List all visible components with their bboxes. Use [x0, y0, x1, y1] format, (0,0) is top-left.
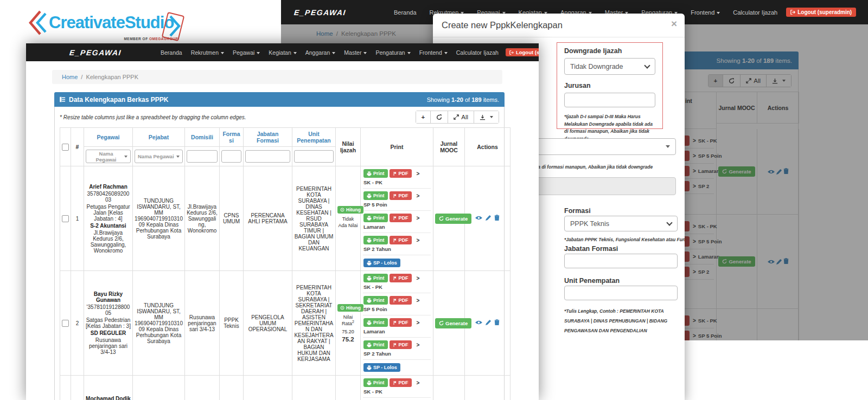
pdf-button[interactable]: PDF: [390, 191, 412, 200]
edit-icon[interactable]: [486, 215, 491, 222]
delete-icon[interactable]: [494, 215, 500, 222]
downgrade-select[interactable]: Tidak Downgrade: [564, 58, 655, 75]
pdf-button[interactable]: PDF: [390, 378, 412, 387]
column-header-pejabat[interactable]: Pejabat: [133, 128, 185, 147]
chevron-down-icon: [124, 156, 127, 158]
print-button[interactable]: Print: [363, 318, 388, 327]
pejabat-filter-select[interactable]: Nama Pegawai: [135, 150, 183, 163]
chevron-down-icon: [444, 52, 448, 54]
print-button[interactable]: Print: [363, 340, 388, 349]
flag-icon: [393, 380, 397, 385]
nav-item-rekrutmen[interactable]: Rekrutmen: [191, 49, 224, 56]
unit-penempatan-input[interactable]: [564, 286, 678, 300]
formasi-cell: PPPK Teknis: [220, 271, 244, 376]
pdf-button[interactable]: PDF: [390, 318, 412, 327]
export-button[interactable]: [766, 75, 791, 87]
view-icon[interactable]: [475, 215, 482, 222]
refresh-button[interactable]: [430, 111, 448, 123]
delete-icon[interactable]: [783, 257, 789, 267]
export-icon: [772, 78, 778, 84]
pdf-button[interactable]: PDF: [390, 274, 412, 282]
generate-button[interactable]: Generate: [718, 166, 755, 177]
breadcrumb-home-link[interactable]: Home: [62, 74, 78, 80]
print-button[interactable]: Print: [363, 191, 388, 200]
print-button[interactable]: Print: [363, 214, 388, 222]
chevron-right-icon: [693, 183, 696, 189]
formasi-filter-input[interactable]: [221, 150, 241, 163]
sp-lolos-button[interactable]: SP - Lolos: [363, 259, 400, 267]
nav-item-pegawai[interactable]: Pegawai: [233, 49, 260, 56]
jabatan-formasi-cell: PENGELOLA UMUM OPERASIONAL: [244, 271, 292, 376]
expand-all-button[interactable]: All: [448, 111, 474, 123]
expand-all-button[interactable]: All: [740, 75, 766, 87]
column-header-unit-penempatan[interactable]: Unit Penempatan: [292, 128, 336, 147]
jabatan-formasi-input[interactable]: [564, 254, 678, 268]
sp-lolos-button[interactable]: SP - Lolos: [363, 363, 400, 372]
view-icon[interactable]: [475, 320, 482, 326]
pegawai-address: Rusunawa penjaringan sari 3/4-13: [86, 337, 131, 355]
formasi-select[interactable]: PPPK Teknis: [564, 216, 678, 231]
pdf-button[interactable]: PDF: [390, 340, 412, 349]
nav-item-beranda[interactable]: Beranda: [161, 49, 182, 56]
row-checkbox[interactable]: [62, 320, 69, 327]
generate-button[interactable]: Generate: [718, 256, 755, 267]
pegawai-filter-select[interactable]: Nama Pegawai: [86, 150, 131, 163]
close-icon[interactable]: ×: [671, 18, 677, 30]
refresh-icon: [729, 78, 735, 84]
delete-icon[interactable]: [494, 319, 500, 327]
breadcrumb: Home / Kelengkapan PPPK: [316, 30, 396, 37]
column-header-pegawai[interactable]: Pegawai: [84, 128, 133, 147]
hitung-button[interactable]: Hitung: [337, 304, 363, 312]
table-toolbar: + All: [416, 111, 500, 124]
edit-icon[interactable]: [486, 320, 491, 326]
print-button[interactable]: Print: [363, 274, 388, 282]
pdf-button[interactable]: PDF: [390, 296, 412, 305]
edit-icon[interactable]: [776, 257, 782, 267]
print-button[interactable]: Print: [363, 296, 388, 305]
row-checkbox[interactable]: [62, 215, 69, 222]
column-header-domisili[interactable]: Domisili: [185, 128, 220, 147]
print-button[interactable]: Print: [363, 378, 388, 387]
delete-icon[interactable]: [783, 167, 789, 177]
nav-item-kegiatan[interactable]: Kegiatan: [269, 49, 296, 56]
logout-button[interactable]: Logout (superadmin): [506, 48, 539, 56]
nav-item-frontend[interactable]: Frontend: [691, 9, 720, 16]
unit-penempatan-filter-input[interactable]: [294, 150, 334, 163]
add-button[interactable]: +: [416, 111, 431, 123]
print-button[interactable]: Print: [363, 236, 388, 244]
jurusan-input[interactable]: [564, 93, 655, 107]
print-button[interactable]: Print: [363, 169, 388, 178]
logout-button[interactable]: Logout (superadmin): [786, 8, 856, 17]
add-button[interactable]: +: [709, 75, 723, 87]
nav-item-calculator-ijazah[interactable]: Calculator Ijazah: [456, 49, 499, 56]
export-button[interactable]: [474, 111, 499, 123]
pdf-button[interactable]: PDF: [390, 214, 412, 222]
generate-button[interactable]: Generate: [435, 318, 471, 328]
nav-item-frontend[interactable]: Frontend: [419, 49, 448, 56]
column-header-formasi[interactable]: Formasi: [220, 128, 244, 147]
expand-icon: [746, 78, 751, 83]
pdf-button[interactable]: PDF: [390, 236, 412, 244]
pdf-button[interactable]: PDF: [390, 169, 412, 178]
jabatan-formasi-filter-input[interactable]: [245, 150, 290, 163]
nav-item-beranda[interactable]: Beranda: [394, 9, 417, 16]
view-icon[interactable]: [768, 167, 775, 177]
table-row: 2 Bayu Rizky Gunawan '3578101912880005 S…: [60, 271, 510, 376]
view-icon[interactable]: [768, 257, 775, 267]
chevron-down-icon: [221, 52, 224, 54]
hitung-button[interactable]: Hitung: [337, 206, 363, 214]
edit-icon[interactable]: [776, 167, 782, 177]
domisili-filter-input[interactable]: [187, 150, 218, 163]
generate-button[interactable]: Generate: [435, 214, 471, 224]
breadcrumb-home-link[interactable]: Home: [316, 30, 333, 37]
print-row: PrintPDFSP 2 Tahun: [363, 233, 431, 255]
select-all-checkbox[interactable]: [62, 144, 69, 151]
nav-item-calculator-ijazah[interactable]: Calculator Ijazah: [733, 9, 777, 16]
nav-item-anggaran[interactable]: Anggaran: [305, 49, 336, 56]
column-header-jabatan-formasi[interactable]: Jabatan Formasi: [244, 128, 292, 147]
print-row: PrintPDFSK - PK: [363, 271, 431, 293]
modal-header: Create new PppkKelengkapan ×: [433, 14, 685, 37]
refresh-button[interactable]: [723, 75, 740, 87]
nav-item-pengaturan[interactable]: Pengaturan: [375, 49, 410, 56]
nav-item-master[interactable]: Master: [344, 49, 367, 56]
